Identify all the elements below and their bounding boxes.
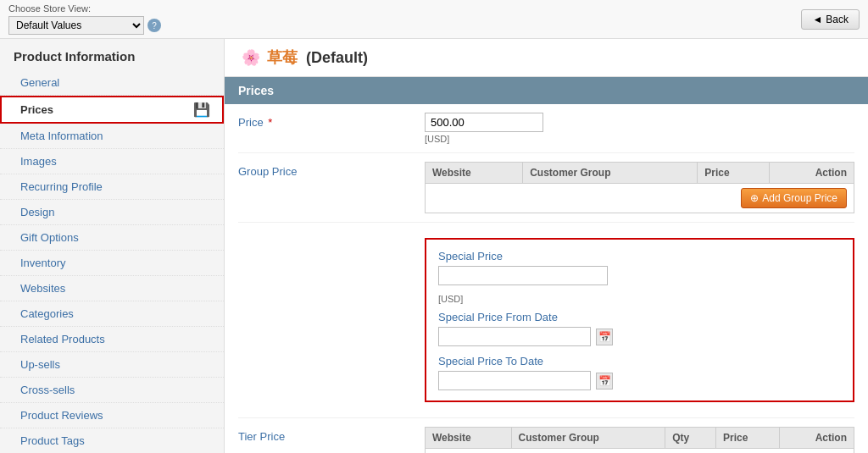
col-website: Website bbox=[426, 163, 523, 184]
page-header: 🌸 草莓 (Default) bbox=[225, 39, 868, 77]
special-price-label: Special Price bbox=[438, 250, 841, 262]
sidebar-item-inventory[interactable]: Inventory bbox=[0, 251, 224, 276]
special-price-row: Special Price bbox=[438, 250, 841, 285]
sidebar-item-product-tags[interactable]: Product Tags bbox=[0, 428, 224, 453]
special-from-input[interactable] bbox=[438, 327, 591, 346]
special-price-from-row: Special Price From Date 📅 bbox=[438, 311, 841, 346]
group-price-row: Group Price Website Customer Group Price… bbox=[238, 153, 854, 223]
app-wrapper: Choose Store View: Default Values ? ◄ Ba… bbox=[0, 0, 868, 453]
tier-col-qty: Qty bbox=[665, 428, 716, 449]
sidebar-item-categories[interactable]: Categories bbox=[0, 301, 224, 327]
title-default: (Default) bbox=[306, 49, 368, 66]
form-area: Price * [USD] Group Price Webs bbox=[225, 104, 868, 453]
special-from-input-row: 📅 bbox=[438, 327, 841, 346]
store-view-select-wrapper: Default Values ? bbox=[8, 16, 161, 35]
calendar-icon-to[interactable]: 📅 bbox=[596, 373, 613, 389]
price-row: Price * [USD] bbox=[238, 104, 854, 153]
back-arrow-icon: ◄ bbox=[812, 14, 822, 25]
price-value: [USD] bbox=[425, 113, 854, 144]
top-bar: Choose Store View: Default Values ? ◄ Ba… bbox=[0, 0, 868, 39]
col-action: Action bbox=[770, 163, 854, 184]
group-price-label: Group Price bbox=[238, 162, 425, 178]
calendar-icon-from[interactable]: 📅 bbox=[596, 329, 613, 345]
store-view-label: Choose Store View: bbox=[8, 3, 161, 14]
sidebar-item-up-sells[interactable]: Up-sells bbox=[0, 352, 224, 378]
product-icon: 🌸 bbox=[242, 48, 260, 67]
group-price-value: Website Customer Group Price Action bbox=[425, 162, 854, 213]
special-section-value: Special Price [USD] Special Price From D… bbox=[425, 231, 854, 409]
sidebar-item-meta-information[interactable]: Meta Information bbox=[0, 124, 224, 149]
back-button-label: Back bbox=[826, 14, 849, 25]
tier-price-label: Tier Price bbox=[238, 427, 425, 443]
tier-col-website: Website bbox=[426, 428, 512, 449]
tier-col-customer-group: Customer Group bbox=[511, 428, 665, 449]
tier-price-value: Website Customer Group Qty Price Action bbox=[425, 427, 854, 453]
sidebar-item-general[interactable]: General bbox=[0, 70, 224, 96]
sidebar-item-prices[interactable]: Prices💾 bbox=[0, 96, 224, 124]
price-label: Price * bbox=[238, 113, 425, 129]
special-price-section: Special Price [USD] Special Price From D… bbox=[238, 223, 854, 418]
info-icon[interactable]: ? bbox=[147, 19, 161, 32]
main-layout: Product Information GeneralPrices💾Meta I… bbox=[0, 39, 868, 453]
col-price: Price bbox=[698, 163, 770, 184]
top-right: ◄ Back bbox=[801, 9, 860, 30]
special-price-to-row: Special Price To Date 📅 bbox=[438, 355, 841, 390]
tier-col-action: Action bbox=[780, 428, 854, 449]
sidebar-item-product-reviews[interactable]: Product Reviews bbox=[0, 403, 224, 428]
sidebar-item-gift-options[interactable]: Gift Options bbox=[0, 225, 224, 251]
back-button[interactable]: ◄ Back bbox=[801, 9, 860, 30]
special-to-input-row: 📅 bbox=[438, 371, 841, 390]
price-currency: [USD] bbox=[425, 134, 854, 144]
sidebar-item-design[interactable]: Design bbox=[0, 200, 224, 225]
group-price-table: Website Customer Group Price Action bbox=[425, 162, 854, 213]
sidebar-items: GeneralPrices💾Meta InformationImagesRecu… bbox=[0, 70, 224, 453]
store-view-section: Choose Store View: Default Values ? bbox=[8, 3, 161, 35]
sidebar-item-cross-sells[interactable]: Cross-sells bbox=[0, 378, 224, 403]
sidebar-item-websites[interactable]: Websites bbox=[0, 276, 224, 301]
main-content: 🌸 草莓 (Default) Prices Price * [USD] bbox=[225, 39, 868, 453]
store-view-select[interactable]: Default Values bbox=[8, 16, 144, 35]
col-customer-group: Customer Group bbox=[523, 163, 698, 184]
tier-price-row: Tier Price Website Customer Group Qty Pr… bbox=[238, 418, 854, 453]
special-price-box: Special Price [USD] Special Price From D… bbox=[425, 238, 854, 402]
section-header: Prices bbox=[225, 77, 868, 104]
price-input[interactable] bbox=[425, 113, 543, 132]
special-price-input[interactable] bbox=[438, 266, 608, 285]
sidebar: Product Information GeneralPrices💾Meta I… bbox=[0, 39, 225, 453]
tier-col-price: Price bbox=[716, 428, 780, 449]
plus-icon: ⊕ bbox=[750, 192, 759, 204]
special-from-label: Special Price From Date bbox=[438, 311, 841, 323]
special-to-label: Special Price To Date bbox=[438, 355, 841, 367]
sidebar-item-images[interactable]: Images bbox=[0, 149, 224, 174]
sidebar-item-recurring-profile[interactable]: Recurring Profile bbox=[0, 174, 224, 200]
sidebar-title: Product Information bbox=[0, 39, 224, 70]
add-group-price-label: Add Group Price bbox=[762, 192, 837, 204]
page-title: 草莓 (Default) bbox=[267, 47, 368, 68]
sidebar-item-related-products[interactable]: Related Products bbox=[0, 327, 224, 352]
special-to-input[interactable] bbox=[438, 371, 591, 390]
add-group-price-button[interactable]: ⊕ Add Group Price bbox=[741, 188, 847, 208]
title-chinese: 草莓 bbox=[267, 49, 298, 66]
special-currency: [USD] bbox=[438, 294, 841, 304]
save-icon: 💾 bbox=[193, 102, 210, 118]
tier-price-table: Website Customer Group Qty Price Action bbox=[425, 427, 854, 453]
